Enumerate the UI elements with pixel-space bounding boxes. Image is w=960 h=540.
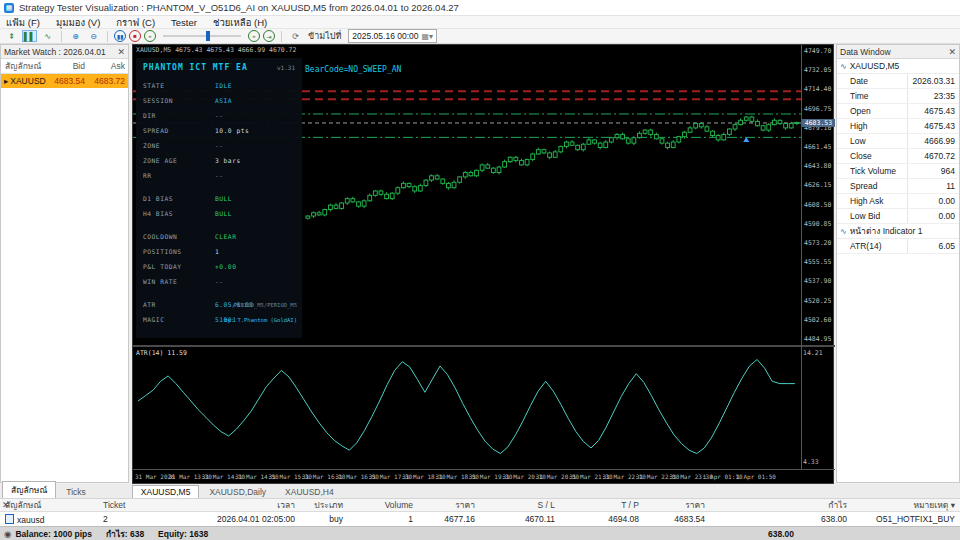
candle — [418, 186, 422, 191]
market-watch-panel: Market Watch : 2026.04.01 ✕ สัญลักษณ์ Bi… — [0, 44, 129, 483]
ea-row-p-l-today: P&L TODAY+0.00 — [136, 259, 302, 274]
ea-value: -- — [215, 172, 224, 179]
trades-col-10[interactable]: หมายเหตุ ▾ — [852, 498, 960, 512]
skip-end-icon[interactable]: ⇥ — [263, 30, 275, 42]
toolbar: ⇞▌▌∿⊕⊖▮▮■«»⇥⟳ ข้ามไปที่ 2025.05.16 00:00… — [0, 29, 960, 44]
candle — [379, 191, 383, 194]
close-trades-icon[interactable]: ✕ — [2, 500, 10, 510]
ea-value: +0.00 — [215, 263, 236, 270]
candle — [407, 183, 411, 186]
fast-forward-icon[interactable]: » — [248, 30, 260, 42]
menu-item-c[interactable]: กราฟ (C) — [116, 15, 155, 30]
trades-cell-2: 2026.04.01 02:05:00 — [170, 514, 300, 524]
order-symbol-icon — [5, 514, 14, 524]
skip-back-icon[interactable]: « — [144, 30, 156, 42]
line-mode-icon[interactable]: ∿ — [40, 30, 55, 42]
candle — [604, 142, 608, 147]
ea-value: CLEAR — [215, 233, 236, 240]
candle — [424, 180, 428, 185]
row-value: 964 — [907, 164, 959, 178]
zoom-in-icon[interactable]: ⊕ — [68, 30, 83, 42]
window-title: Strategy Tester Visualization : PHANTOM_… — [19, 2, 459, 13]
atr-window-label: ATR(14) 11.59 — [136, 349, 187, 357]
jump-to-label: ข้ามไปที่ — [308, 29, 341, 43]
trades-col-2[interactable]: เวลา — [170, 498, 300, 512]
trades-col-3[interactable]: ประเภท — [300, 498, 348, 512]
candle — [643, 130, 647, 133]
tab-xauusd-m5[interactable]: XAUUSD,M5 — [132, 485, 200, 498]
trades-table-row[interactable]: xauusd22026.04.01 02:05:00buy14677.16467… — [0, 512, 960, 526]
trades-col-0[interactable]: สัญลักษณ์ — [0, 498, 98, 512]
pause-icon[interactable]: ▮▮ — [114, 30, 126, 42]
col-bid[interactable]: Bid — [48, 61, 88, 71]
tab-สัญลักษณ์[interactable]: สัญลักษณ์ — [2, 481, 56, 498]
col-symbol[interactable]: สัญลักษณ์ — [1, 59, 48, 73]
ea-row-positions: POSITIONS1 — [136, 244, 302, 259]
candle — [458, 177, 462, 182]
price-axis-label: 4573.20 — [804, 239, 831, 247]
trades-col-9[interactable]: กำไร — [710, 498, 852, 512]
ea-row-zone: ZONE-- — [136, 138, 302, 153]
ea-row-dir: DIR-- — [136, 108, 302, 123]
trades-col-6[interactable]: S / L — [480, 500, 560, 510]
ea-label: P&L TODAY — [143, 263, 215, 270]
menu-item-v[interactable]: มุมมอง (V) — [56, 15, 100, 30]
stop-icon[interactable]: ■ — [129, 30, 141, 42]
atr-indicator-chart[interactable] — [133, 347, 801, 469]
price-axis[interactable]: 4749.704732.054714.404696.754679.104661.… — [801, 45, 835, 469]
market-watch-row-xauusd[interactable]: ▸XAUUSD 4683.54 4683.72 — [1, 74, 128, 88]
trades-cell-5: 4677.16 — [418, 514, 480, 524]
refresh-icon[interactable]: ⟳ — [288, 30, 303, 42]
ea-value: -- — [215, 112, 224, 119]
candle — [621, 134, 625, 138]
menu-item-f[interactable]: แฟ้ม (F) — [6, 15, 40, 30]
trades-col-7[interactable]: T / P — [560, 500, 644, 510]
trades-cell-10: O51_HOTFIX1_BUY — [852, 514, 960, 524]
tab-ticks[interactable]: Ticks — [57, 485, 95, 498]
ask-value: 4683.72 — [88, 76, 128, 86]
trades-col-4[interactable]: Volume — [348, 500, 418, 510]
pause-candles-icon[interactable]: ▌▌ — [22, 30, 37, 42]
tab-xauusd-daily[interactable]: XAUUSD,Daily — [200, 485, 275, 498]
trades-col-5[interactable]: ราคา — [418, 498, 480, 512]
candle — [413, 187, 417, 191]
candle — [711, 131, 715, 135]
candle — [491, 168, 495, 172]
ea-row-zone-age: ZONE AGE3 bars — [136, 153, 302, 168]
tab-xauusd-h4[interactable]: XAUUSD,H4 — [276, 485, 343, 498]
price-axis-label: 4608.50 — [804, 201, 831, 209]
row-value: 0.00 — [907, 194, 959, 208]
candle — [778, 120, 782, 123]
candle — [553, 152, 557, 157]
row-label: High Ask — [837, 196, 907, 206]
trades-cell-4: 1 — [348, 514, 418, 524]
time-axis[interactable]: 31 Mar 202631 Mar 13:3031 Mar 14:1031 Ma… — [133, 469, 835, 485]
candle — [598, 143, 602, 147]
trades-col-1[interactable]: Ticket — [98, 500, 170, 510]
slider-handle[interactable] — [206, 31, 210, 41]
close-data-window-icon[interactable]: ✕ — [948, 47, 956, 57]
trades-col-8[interactable]: ราคา — [644, 498, 710, 512]
ea-extra-text: PERIOD_M5/PERIOD_M5 — [234, 302, 297, 308]
strategy-tester-window: ▦ Strategy Tester Visualization : PHANTO… — [0, 0, 960, 540]
ea-row-atr: ATR6.05/6.05PERIOD_M5/PERIOD_M5 — [136, 297, 302, 312]
candle — [722, 134, 726, 139]
speed-slider[interactable] — [163, 31, 241, 41]
calendar-icon[interactable]: ▦▾ — [422, 32, 434, 41]
data-window-row: Open4675.43 — [837, 104, 959, 119]
tick-mode-icon[interactable]: ⇞ — [4, 30, 19, 42]
data-window-row: Spread11 — [837, 179, 959, 194]
chart-area[interactable]: XAUUSD,M5 4675.43 4675.43 4666.99 4670.7… — [132, 44, 834, 484]
candle — [385, 194, 389, 198]
col-ask[interactable]: Ask — [88, 61, 128, 71]
data-window-row: Tick Volume964 — [837, 164, 959, 179]
candle — [452, 182, 456, 187]
menu-item-h[interactable]: ช่วยเหลือ (H) — [213, 15, 267, 30]
candle — [660, 139, 664, 143]
row-label: Low Bid — [837, 211, 907, 221]
zoom-out-icon[interactable]: ⊖ — [86, 30, 101, 42]
candle — [744, 117, 748, 120]
jump-date-combo[interactable]: 2025.05.16 00:00 ▦▾ — [348, 29, 437, 43]
menu-item-tester[interactable]: Tester — [171, 17, 197, 28]
close-market-watch-icon[interactable]: ✕ — [117, 47, 125, 57]
